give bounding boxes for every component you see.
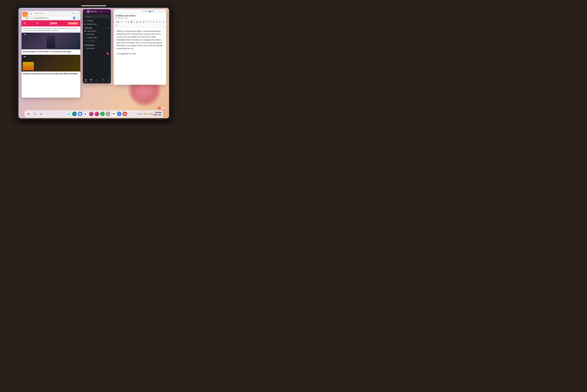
docs-minimize-btn[interactable]: − [161, 10, 162, 12]
slack-nav-home[interactable]: 🏠 Home [84, 79, 88, 82]
slack-search-input[interactable] [84, 15, 110, 18]
taskbar-docs-icon[interactable]: 📄 [78, 112, 82, 116]
nav-home-btn[interactable]: 🏠 [26, 17, 28, 19]
docs-format-icon[interactable]: A [146, 10, 147, 12]
slack-threads-item[interactable]: ▷ Threads [83, 19, 111, 22]
taskbar-tasks-icon[interactable]: 📋 [122, 112, 127, 116]
docs-title-text[interactable]: Untitled document [115, 14, 164, 17]
docs-add-icon[interactable]: + [148, 10, 148, 12]
you-nav-icon: 👤 [108, 79, 110, 80]
numbered-list-btn[interactable]: 1. [158, 20, 162, 23]
taskbar-grid-btn[interactable]: ⊞ [26, 112, 31, 116]
address-url[interactable]: xda-developers.com [34, 17, 49, 19]
align-btn[interactable]: ≡ [149, 20, 152, 23]
taskbar-chrome-icon[interactable]: 🌐 [66, 112, 71, 116]
underline-btn[interactable]: U [136, 20, 138, 23]
home-nav-icon: 🏠 [85, 79, 86, 80]
article-card-1[interactable]: + 💬 Samsung Galaxy Z Fold 5 hands on: Al… [22, 32, 80, 54]
bullet-list-btn[interactable]: ≡ [156, 20, 158, 23]
docs-undo-icon[interactable]: ↩ [142, 10, 143, 12]
xda-hamburger[interactable]: ☰ [24, 22, 26, 25]
taskbar-play-icon[interactable]: ▶ [84, 112, 88, 116]
chrome-more-btn[interactable]: ⋮ [77, 16, 79, 19]
chrome-maximize-btn[interactable]: □ [77, 12, 78, 14]
nav-back-btn[interactable]: ← [23, 17, 25, 19]
slack-maximize-btn[interactable]: □ [108, 11, 108, 12]
volume-icon[interactable]: 🔊 [139, 113, 141, 115]
taskbar-home-btn[interactable]: ○ [46, 112, 50, 116]
taskbar-back-btn[interactable]: ‹ [52, 112, 56, 116]
taskbar-search-btn[interactable]: 🔍 [32, 112, 37, 116]
taskbar-meet-icon[interactable]: M [72, 112, 77, 116]
threads-icon: ▷ [84, 20, 86, 22]
docs-close-btn[interactable]: ✕ [164, 10, 165, 12]
slack-menu-icon[interactable]: ☰ [100, 10, 102, 12]
taskbar-settings-icon[interactable]: ⚙ [106, 112, 110, 116]
bold-btn[interactable]: B [130, 20, 133, 23]
slack-nav-mentions[interactable]: @ Mentions [94, 79, 100, 82]
slack-pin-btn[interactable]: 📌 [103, 11, 104, 12]
article-1-title[interactable]: Samsung Galaxy Z Fold 5 hands on: All ab… [23, 51, 71, 52]
taskbar-instagram2-icon[interactable]: 📸 [94, 112, 99, 116]
google-icon[interactable]: G [28, 11, 34, 17]
slack-nav-you[interactable]: 👤 You [108, 79, 110, 82]
docs-maximize-btn[interactable]: □ [163, 10, 164, 12]
slack-channel-alerts-tech[interactable]: # alerts-tech [83, 47, 111, 50]
taskbar-chrome2-icon[interactable]: G [117, 112, 122, 116]
channels-collapse-icon[interactable]: ∧ [108, 27, 109, 29]
decrease-indent-btn[interactable]: ⇤ [162, 20, 165, 23]
docs-redo-icon[interactable]: ↪ [144, 10, 145, 12]
slack-bottom-nav: 🏠 Home 💬 DMs @ Mentions 🔍 Search [83, 78, 111, 84]
slack-channel-xda-social[interactable]: # xda-social [83, 32, 111, 36]
compose-button[interactable]: ✏️ [105, 51, 110, 56]
connections-label: Connections [84, 44, 95, 46]
increase-indent-btn[interactable]: ⇥ [115, 24, 118, 27]
chrome-account-btn[interactable]: 👤 [73, 16, 76, 19]
screen-rotate-icon[interactable]: ⟳ [137, 113, 138, 115]
slack-channel-z-water-cooler[interactable]: # z-water-cooler [83, 36, 111, 39]
chat-bubble-icon[interactable]: 💬 [142, 113, 144, 115]
highlight-btn[interactable]: ✏ [146, 20, 148, 23]
docs-comment-icon[interactable]: 💬 [152, 10, 154, 12]
font-family-select[interactable]: Arial [115, 20, 123, 23]
search-icon: 🔍 [34, 112, 36, 115]
chrome-tab-close[interactable]: ✕ [46, 12, 46, 14]
slack-channel-xda-seniors[interactable]: 🔒 xda-seniors [83, 30, 111, 32]
newsletter-btn[interactable]: Newsletter [68, 22, 78, 25]
slack-nav-dms[interactable]: 💬 DMs [90, 79, 92, 82]
docs-share-icon[interactable]: 👥 [149, 10, 151, 12]
docs-pin-btn[interactable]: ⊞ [158, 10, 159, 12]
slack-add-channel[interactable]: + Add channel [83, 39, 111, 42]
font-size-select[interactable]: 11 [123, 20, 130, 23]
strikethrough-btn[interactable]: S [139, 20, 142, 23]
text-color-btn[interactable]: A [142, 20, 145, 23]
docs-text-content[interactable]: Testing I am doing voice typing. I am ju… [114, 28, 166, 85]
wifi-icon: 📶 [144, 113, 146, 115]
docs-popout-btn[interactable]: ⤢ [160, 10, 161, 12]
article-card-2[interactable]: AMD𝙵 2 💬 Zenbleed: Everything you need t… [22, 55, 80, 76]
italic-btn[interactable]: I [133, 20, 135, 23]
slack-popout-btn[interactable]: ⤢ [105, 11, 106, 12]
slack-drafts-item[interactable]: ▶ Drafts & Sent [83, 22, 111, 26]
taskbar-instagram-icon[interactable]: 📷 [89, 112, 94, 116]
chrome-pin-btn[interactable]: ⊞ [72, 12, 73, 14]
slack-close-btn[interactable]: ✕ [108, 11, 110, 12]
slack-back-btn[interactable]: ← [84, 10, 86, 12]
docs-document-header: Untitled document All changes saved [114, 14, 166, 20]
chrome-new-tab[interactable]: + [49, 12, 50, 14]
status-time-area[interactable]: 4:58 PM Mon, 7/31 [154, 112, 161, 116]
indent-btn[interactable]: ↵ [152, 20, 155, 23]
taskbar-spotify-icon[interactable]: ♫ [100, 112, 105, 116]
android-icon[interactable]: ◯ [22, 12, 28, 17]
chrome-minimize-btn[interactable]: − [75, 12, 76, 14]
chrome-popout-btn[interactable]: ⤢ [74, 12, 75, 14]
slack-window: ← Busy Pixel M... ☰ 📌 ⤢ − □ ✕ [83, 9, 111, 84]
taskbar-recents-btn[interactable]: ||| [39, 112, 44, 116]
slack-minimize-btn[interactable]: − [106, 11, 107, 12]
docs-more-icon[interactable]: ⋮ [154, 10, 156, 12]
article-2-title[interactable]: Zenbleed: Everything you need to know ab… [23, 73, 78, 75]
chrome-close-btn[interactable]: ✕ [78, 12, 79, 14]
slack-nav-search[interactable]: 🔍 Search [102, 79, 106, 82]
xda-search-icon[interactable]: 🔍 [36, 22, 39, 24]
taskbar-maps-icon[interactable]: 🗺 [112, 112, 116, 116]
